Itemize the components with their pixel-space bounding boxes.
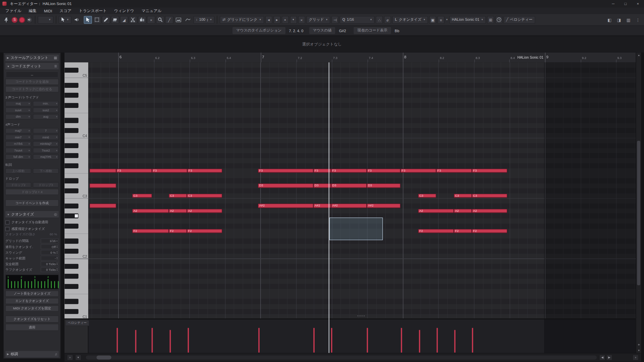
window-setup-button[interactable]: ⋮	[634, 16, 642, 23]
piano-key-black[interactable]	[64, 103, 78, 108]
acoustic-feedback-button[interactable]	[26, 17, 32, 23]
section-transpose[interactable]: ▶ 移調 ♫	[5, 351, 59, 358]
piano-key-black[interactable]	[64, 153, 78, 158]
velocity-bar[interactable]	[170, 330, 171, 352]
quantize-note-length-button[interactable]: ノート長をクオンタイズ	[5, 291, 59, 297]
velocity-bar[interactable]	[135, 330, 137, 352]
velocity-lane-label[interactable]: ベロシティー	[65, 320, 89, 326]
piano-key-black[interactable]	[64, 284, 78, 289]
setting-value[interactable]: 0 Ticks▴▾	[41, 261, 59, 266]
chord-button-sus2[interactable]: sus2▸	[33, 108, 59, 113]
vertical-scrollbar[interactable]: ▲ + ▼	[636, 53, 641, 353]
midi-note[interactable]: C3	[132, 194, 152, 198]
event-color-dropdown[interactable]: ╱ ベロシティー	[503, 16, 535, 23]
midi-note[interactable]: F2	[418, 229, 454, 233]
setting-value[interactable]: 1/16▾	[41, 238, 59, 243]
midi-note[interactable]: A2	[169, 209, 187, 213]
zoom-tool[interactable]	[156, 16, 164, 23]
split-tool[interactable]	[129, 16, 137, 23]
chord-button-maj7/#5[interactable]: maj7/#5▸	[33, 154, 59, 160]
chord-button-minMaj7[interactable]: minMaj7▸	[33, 141, 59, 146]
add-chord-track-button[interactable]: コードトラックを追加	[5, 79, 59, 85]
scroll-up-icon[interactable]: ▲	[636, 54, 642, 56]
object-selection-mode-dropdown[interactable]: ▼	[59, 16, 71, 23]
midi-note[interactable]: F2	[472, 229, 507, 233]
spinner-icon[interactable]: ▴▾	[207, 18, 208, 21]
midi-note[interactable]: F2	[169, 229, 187, 233]
midi-note[interactable]: F2	[187, 229, 222, 233]
chord-button-上へ移動[interactable]: 上へ移動	[5, 168, 31, 174]
menu-item-4[interactable]: トランスポート	[75, 7, 110, 14]
scroll-down-icon[interactable]: ▼	[636, 349, 642, 352]
section-scale-assistant[interactable]: ▶ スケールアシスタント ▦	[5, 54, 59, 62]
midi-note[interactable]: A#2	[331, 204, 367, 208]
zoom-in-button[interactable]: +	[633, 355, 639, 360]
curve-display-button[interactable]	[184, 16, 192, 23]
midi-note[interactable]: F3	[258, 169, 313, 173]
vertical-scroll-thumb[interactable]	[637, 141, 640, 285]
section-quantize[interactable]: ▼ クオンタイズ ◎	[5, 210, 59, 218]
velocity-bar[interactable]	[258, 328, 260, 352]
midi-note[interactable]: D3	[331, 184, 367, 188]
midi-note[interactable]: F3	[116, 169, 152, 173]
piano-key-black[interactable]	[64, 274, 78, 279]
chord-button-7[interactable]: 7▸	[33, 128, 59, 133]
velocity-bar[interactable]	[401, 328, 402, 352]
velocity-bar[interactable]	[188, 328, 189, 352]
piano-key-black[interactable]	[64, 118, 78, 123]
midi-note[interactable]: F3	[367, 169, 400, 173]
setting-value[interactable]: 0 %▴▾	[41, 250, 59, 255]
editor-preset-dropdown[interactable]: ▼	[38, 16, 54, 23]
velocity-bar[interactable]	[313, 328, 315, 352]
scroll-left-button[interactable]: ◀	[599, 355, 605, 360]
show-lower-zone-button[interactable]: ◨	[615, 16, 623, 23]
drop-2-4-button[interactable]: ドロップ2 + 4	[5, 189, 59, 195]
zoom-preset-dropdown[interactable]: ▼	[75, 355, 81, 360]
close-button[interactable]: ×	[632, 0, 644, 7]
show-left-zone-button[interactable]: ◧	[605, 16, 613, 23]
setting-value[interactable]: -▴▾	[41, 256, 59, 261]
chord-button-m7/b5[interactable]: m7/b5▸	[5, 141, 31, 146]
ruler[interactable]: 66.26.36.477.27.37.488.28.38.499.29.3HAL…	[64, 53, 636, 63]
grid-type-button[interactable]: ⊣	[332, 16, 339, 23]
menu-item-3[interactable]: スコア	[56, 7, 75, 14]
velocity-lane[interactable]: ベロシティー	[64, 318, 636, 353]
midi-note[interactable]: A2	[187, 209, 222, 213]
chord-button-7sus2[interactable]: 7sus2▸	[33, 148, 59, 153]
midi-note[interactable]	[90, 184, 116, 188]
create-chord-event-button[interactable]: コードイベントを作成	[5, 199, 59, 206]
reset-quantize-button[interactable]: クオンタイズをリセット	[5, 316, 59, 323]
piano-key-black[interactable]	[64, 239, 78, 244]
range-select-tool[interactable]	[93, 16, 101, 23]
color-display-button[interactable]	[174, 16, 182, 23]
setting-value[interactable]: 0 Ticks▴▾	[41, 267, 59, 272]
chord-button-ドロップ3[interactable]: ドロップ3	[33, 182, 59, 188]
iterative-quantize-button[interactable]: e	[384, 16, 391, 23]
section-chord-edit[interactable]: ▼ コードエディット ≣	[5, 62, 59, 70]
midi-note[interactable]: A2	[132, 209, 169, 213]
chord-button-min7[interactable]: min7▸	[5, 135, 31, 140]
part-options-arrow-icon[interactable]: ▼	[446, 18, 448, 21]
nudge-up-button[interactable]: ▲	[282, 16, 289, 23]
snap-type-dropdown[interactable]: グリッド ▼	[306, 16, 330, 23]
chord-button-maj[interactable]: maj▸	[5, 101, 31, 106]
chord-button-下へ移動[interactable]: 下へ移動	[33, 168, 59, 174]
show-part-borders-button[interactable]: ▣	[429, 16, 436, 23]
pin-icon[interactable]	[2, 16, 10, 23]
piano-key-black[interactable]	[64, 299, 78, 304]
piano-key-black[interactable]	[64, 188, 78, 193]
chord-button-dim[interactable]: dim▸	[5, 114, 31, 119]
piano-key-black[interactable]	[64, 68, 78, 73]
horizontal-scroll-track[interactable]	[86, 355, 597, 359]
midi-note[interactable]: F3	[400, 169, 436, 173]
midi-note[interactable]	[90, 204, 116, 208]
velocity-bar[interactable]	[437, 328, 438, 352]
midi-note[interactable]: A2	[454, 209, 472, 213]
piano-key-black[interactable]	[64, 93, 78, 98]
midi-note[interactable]: F3	[331, 169, 367, 173]
quantize-ends-button[interactable]: エンドをクオンタイズ	[5, 298, 59, 304]
spin-down-icon[interactable]: ▾	[207, 20, 208, 22]
menu-item-2[interactable]: MIDI	[40, 7, 56, 14]
maximize-button[interactable]: □	[620, 0, 632, 7]
nudge-left-button[interactable]: ◀	[265, 16, 272, 23]
